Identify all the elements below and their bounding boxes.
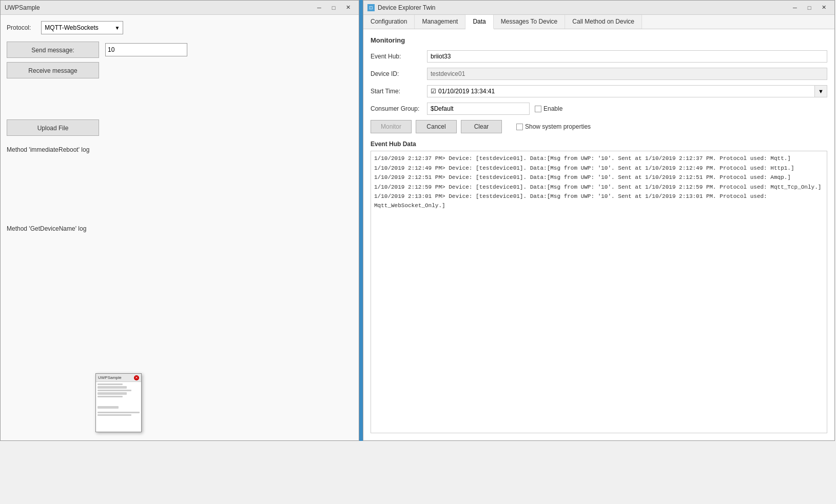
event-hub-label: Event Hub:	[371, 53, 427, 60]
calendar-icon[interactable]: ▼	[815, 85, 827, 97]
receive-message-row: Receive message	[7, 62, 353, 78]
device-title-group: ⊡ Device Explorer Twin	[367, 4, 436, 11]
device-id-row: Device ID:	[371, 68, 827, 80]
tab-management[interactable]: Management	[415, 15, 465, 29]
clear-button[interactable]: Clear	[461, 120, 502, 133]
device-id-label: Device ID:	[371, 70, 427, 77]
protocol-select[interactable]: MQTT-WebSockets ▼	[41, 21, 123, 34]
device-maximize-button[interactable]: □	[803, 3, 816, 13]
receive-message-button[interactable]: Receive message	[7, 62, 99, 78]
method-getdevicename-log: Method 'GetDeviceName' log	[7, 225, 353, 232]
consumer-group-input[interactable]	[427, 103, 530, 115]
consumer-group-controls: Enable	[427, 103, 827, 115]
device-content: Monitoring Event Hub: Device ID: Start T…	[363, 29, 834, 440]
thumb-content	[96, 382, 141, 418]
protocol-label: Protocol:	[7, 24, 31, 31]
upload-file-row: Upload File	[7, 119, 353, 136]
uwp-maximize-button[interactable]: □	[327, 3, 340, 13]
thumb-line-2	[98, 390, 131, 391]
tabs-bar: Configuration Management Data Messages T…	[363, 15, 834, 29]
event-line: 1/10/2019 2:12:49 PM> Device: [testdevic…	[374, 164, 824, 173]
event-line: 1/10/2019 2:13:01 PM> Device: [testdevic…	[374, 192, 824, 210]
start-time-input[interactable]: ☑ 01/10/2019 13:34:41	[427, 85, 815, 97]
device-titlebar: ⊡ Device Explorer Twin ─ □ ✕	[363, 1, 834, 15]
monitor-button[interactable]: Monitor	[371, 120, 412, 133]
device-id-input[interactable]	[427, 68, 827, 80]
datetime-row: ☑ 01/10/2019 13:34:41 ▼	[427, 85, 827, 97]
uwp-thumbnail[interactable]: UWPSample ✕	[95, 373, 142, 432]
uwp-close-button[interactable]: ✕	[341, 3, 355, 13]
device-icon-text: ⊡	[369, 5, 373, 10]
window-divider	[359, 0, 363, 441]
show-system-props-label: Show system properties	[525, 123, 591, 130]
enable-container: Enable	[535, 105, 562, 112]
consumer-group-row: Consumer Group: Enable	[371, 103, 827, 115]
event-hub-data-label: Event Hub Data	[371, 140, 827, 148]
tab-data[interactable]: Data	[465, 15, 493, 29]
device-window: ⊡ Device Explorer Twin ─ □ ✕ Configurati…	[363, 0, 835, 441]
method-reboot-log: Method 'immediateReboot' log	[7, 146, 353, 153]
thumb-spacer	[98, 398, 140, 406]
tab-call-method[interactable]: Call Method on Device	[565, 15, 642, 29]
thumb-line-3	[98, 396, 123, 397]
event-line: 1/10/2019 2:12:59 PM> Device: [testdevic…	[374, 183, 824, 192]
show-system-props-container: Show system properties	[516, 123, 591, 130]
device-close-button[interactable]: ✕	[817, 3, 830, 13]
thumb-btn-3	[98, 406, 119, 409]
thumb-title-text: UWPSample	[98, 375, 122, 380]
chevron-down-icon: ▼	[114, 25, 120, 31]
uwp-window: UWPSample ─ □ ✕ Protocol: MQTT-WebSocket…	[0, 0, 359, 441]
start-time-value: 01/10/2019 13:34:41	[438, 88, 495, 95]
device-minimize-button[interactable]: ─	[788, 3, 802, 13]
event-hub-data-content[interactable]: 1/10/2019 2:12:37 PM> Device: [testdevic…	[371, 151, 827, 433]
message-input[interactable]	[105, 43, 187, 56]
device-app-icon: ⊡	[367, 4, 375, 11]
tab-configuration[interactable]: Configuration	[363, 15, 415, 29]
event-line: 1/10/2019 2:12:51 PM> Device: [testdevic…	[374, 173, 824, 183]
device-title-text: Device Explorer Twin	[378, 4, 436, 11]
action-buttons-row: Monitor Cancel Clear Show system propert…	[371, 120, 827, 133]
thumb-btn-1	[98, 386, 127, 389]
tab-messages-to-device[interactable]: Messages To Device	[494, 15, 566, 29]
show-system-props-checkbox[interactable]	[516, 124, 523, 130]
thumb-close-button[interactable]: ✕	[134, 375, 139, 380]
uwp-content: Protocol: MQTT-WebSockets ▼ Send message…	[1, 15, 359, 440]
uwp-minimize-button[interactable]: ─	[313, 3, 326, 13]
thumb-line-4	[98, 412, 140, 413]
upload-file-button[interactable]: Upload File	[7, 119, 99, 136]
event-hub-input[interactable]	[427, 50, 827, 63]
uwp-titlebar: UWPSample ─ □ ✕	[1, 1, 359, 15]
uwp-title: UWPSample	[5, 4, 40, 11]
thumb-line-5	[98, 414, 131, 416]
thumb-btn-2	[98, 392, 127, 395]
event-line: 1/10/2019 2:12:37 PM> Device: [testdevic…	[374, 154, 824, 164]
enable-checkbox[interactable]	[535, 106, 541, 112]
enable-label: Enable	[543, 105, 562, 112]
cancel-button[interactable]: Cancel	[416, 120, 457, 133]
event-hub-row: Event Hub:	[371, 50, 827, 63]
send-message-button[interactable]: Send message:	[7, 42, 99, 58]
start-time-label: Start Time:	[371, 88, 427, 95]
event-hub-data-section: Event Hub Data 1/10/2019 2:12:37 PM> Dev…	[371, 140, 827, 433]
consumer-group-label: Consumer Group:	[371, 105, 427, 112]
protocol-select-value: MQTT-WebSockets	[45, 24, 98, 31]
monitoring-section-title: Monitoring	[371, 36, 827, 44]
protocol-row: Protocol: MQTT-WebSockets ▼	[7, 21, 353, 34]
send-message-row: Send message:	[7, 42, 353, 58]
thumb-line-1	[98, 384, 123, 385]
checkbox-icon: ☑	[431, 88, 436, 95]
start-time-row: Start Time: ☑ 01/10/2019 13:34:41 ▼	[371, 85, 827, 97]
thumb-titlebar: UWPSample ✕	[96, 374, 141, 382]
uwp-window-controls: ─ □ ✕	[313, 3, 355, 13]
device-window-controls: ─ □ ✕	[788, 3, 830, 13]
